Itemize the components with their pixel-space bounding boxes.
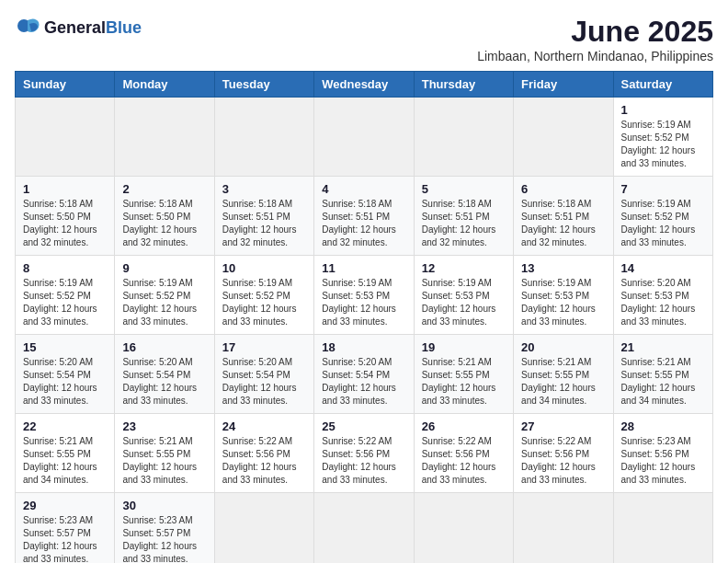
day-number: 11	[322, 261, 405, 275]
day-cell: 8Sunrise: 5:19 AM Sunset: 5:52 PM Daylig…	[16, 256, 115, 335]
day-number: 27	[521, 419, 605, 433]
day-cell: 5Sunrise: 5:18 AM Sunset: 5:51 PM Daylig…	[414, 177, 513, 256]
day-cell: 9Sunrise: 5:19 AM Sunset: 5:52 PM Daylig…	[115, 256, 214, 335]
weekday-header-sunday: Sunday	[16, 72, 115, 98]
day-cell: 27Sunrise: 5:22 AM Sunset: 5:56 PM Dayli…	[514, 414, 613, 493]
day-number: 7	[621, 182, 705, 196]
cell-content: Sunrise: 5:22 AM Sunset: 5:56 PM Dayligh…	[422, 435, 506, 487]
day-cell: 21Sunrise: 5:21 AM Sunset: 5:55 PM Dayli…	[613, 335, 712, 414]
day-cell: 2Sunrise: 5:18 AM Sunset: 5:50 PM Daylig…	[115, 177, 214, 256]
day-number: 6	[521, 182, 605, 196]
day-number: 15	[23, 340, 107, 354]
day-cell: 24Sunrise: 5:22 AM Sunset: 5:56 PM Dayli…	[214, 414, 313, 493]
day-cell: 1Sunrise: 5:18 AM Sunset: 5:50 PM Daylig…	[16, 177, 115, 256]
day-cell: 25Sunrise: 5:22 AM Sunset: 5:56 PM Dayli…	[314, 414, 414, 493]
day-cell: 26Sunrise: 5:22 AM Sunset: 5:56 PM Dayli…	[414, 414, 513, 493]
header: GeneralBlue June 2025 Limbaan, Northern …	[15, 15, 713, 63]
day-cell	[314, 493, 414, 564]
cell-content: Sunrise: 5:20 AM Sunset: 5:54 PM Dayligh…	[23, 356, 107, 408]
day-cell: 20Sunrise: 5:21 AM Sunset: 5:55 PM Dayli…	[514, 335, 613, 414]
day-cell	[214, 98, 313, 177]
cell-content: Sunrise: 5:21 AM Sunset: 5:55 PM Dayligh…	[23, 435, 107, 487]
day-cell: 17Sunrise: 5:20 AM Sunset: 5:54 PM Dayli…	[214, 335, 313, 414]
week-row-5: 29Sunrise: 5:23 AM Sunset: 5:57 PM Dayli…	[16, 493, 713, 564]
day-cell: 3Sunrise: 5:18 AM Sunset: 5:51 PM Daylig…	[214, 177, 313, 256]
weekday-header-friday: Friday	[514, 72, 613, 98]
day-number: 4	[322, 182, 405, 196]
day-cell: 22Sunrise: 5:21 AM Sunset: 5:55 PM Dayli…	[16, 414, 115, 493]
cell-content: Sunrise: 5:19 AM Sunset: 5:53 PM Dayligh…	[322, 277, 405, 328]
day-number: 20	[521, 340, 605, 354]
cell-content: Sunrise: 5:20 AM Sunset: 5:54 PM Dayligh…	[322, 356, 405, 408]
day-number: 10	[222, 261, 306, 275]
cell-content: Sunrise: 5:18 AM Sunset: 5:51 PM Dayligh…	[222, 198, 306, 249]
cell-content: Sunrise: 5:21 AM Sunset: 5:55 PM Dayligh…	[621, 356, 705, 408]
cell-content: Sunrise: 5:21 AM Sunset: 5:55 PM Dayligh…	[122, 435, 206, 487]
day-cell	[414, 98, 513, 177]
day-cell	[16, 98, 115, 177]
month-title: June 2025	[477, 15, 713, 49]
calendar-table: SundayMondayTuesdayWednesdayThursdayFrid…	[15, 71, 713, 563]
week-row-2: 8Sunrise: 5:19 AM Sunset: 5:52 PM Daylig…	[16, 256, 713, 335]
cell-content: Sunrise: 5:21 AM Sunset: 5:55 PM Dayligh…	[521, 356, 605, 408]
cell-content: Sunrise: 5:18 AM Sunset: 5:51 PM Dayligh…	[521, 198, 605, 249]
day-cell: 13Sunrise: 5:19 AM Sunset: 5:53 PM Dayli…	[514, 256, 613, 335]
cell-content: Sunrise: 5:21 AM Sunset: 5:55 PM Dayligh…	[422, 356, 506, 408]
cell-content: Sunrise: 5:19 AM Sunset: 5:52 PM Dayligh…	[23, 277, 107, 328]
day-number: 19	[422, 340, 506, 354]
cell-content: Sunrise: 5:20 AM Sunset: 5:54 PM Dayligh…	[222, 356, 306, 408]
week-row-0: 1Sunrise: 5:19 AM Sunset: 5:52 PM Daylig…	[16, 98, 713, 177]
week-row-3: 15Sunrise: 5:20 AM Sunset: 5:54 PM Dayli…	[16, 335, 713, 414]
day-number: 14	[621, 261, 705, 275]
weekday-header-tuesday: Tuesday	[214, 72, 313, 98]
cell-content: Sunrise: 5:20 AM Sunset: 5:53 PM Dayligh…	[621, 277, 705, 328]
day-number: 26	[422, 419, 506, 433]
cell-content: Sunrise: 5:19 AM Sunset: 5:52 PM Dayligh…	[122, 277, 206, 328]
day-cell	[514, 98, 613, 177]
day-number: 5	[422, 182, 506, 196]
cell-content: Sunrise: 5:18 AM Sunset: 5:51 PM Dayligh…	[422, 198, 506, 249]
day-number: 22	[23, 419, 107, 433]
day-number: 30	[122, 499, 206, 512]
day-number: 3	[222, 182, 306, 196]
weekday-header-row: SundayMondayTuesdayWednesdayThursdayFrid…	[16, 72, 713, 98]
day-cell: 6Sunrise: 5:18 AM Sunset: 5:51 PM Daylig…	[514, 177, 613, 256]
cell-content: Sunrise: 5:23 AM Sunset: 5:57 PM Dayligh…	[122, 514, 206, 563]
day-number: 9	[122, 261, 206, 275]
day-cell: 1Sunrise: 5:19 AM Sunset: 5:52 PM Daylig…	[613, 98, 712, 177]
logo-text-blue: Blue	[106, 18, 142, 37]
day-number: 13	[521, 261, 605, 275]
day-cell: 23Sunrise: 5:21 AM Sunset: 5:55 PM Dayli…	[115, 414, 214, 493]
day-number: 1	[23, 182, 107, 196]
cell-content: Sunrise: 5:19 AM Sunset: 5:52 PM Dayligh…	[621, 119, 705, 170]
day-number: 2	[122, 182, 206, 196]
weekday-header-monday: Monday	[115, 72, 214, 98]
day-cell	[613, 493, 712, 564]
day-number: 12	[422, 261, 506, 275]
day-cell: 16Sunrise: 5:20 AM Sunset: 5:54 PM Dayli…	[115, 335, 214, 414]
day-cell: 7Sunrise: 5:19 AM Sunset: 5:52 PM Daylig…	[613, 177, 712, 256]
logo-icon	[15, 15, 40, 40]
cell-content: Sunrise: 5:18 AM Sunset: 5:50 PM Dayligh…	[23, 198, 107, 249]
location-title: Limbaan, Northern Mindanao, Philippines	[477, 49, 713, 63]
day-cell	[214, 493, 313, 564]
logo: GeneralBlue	[15, 15, 142, 40]
cell-content: Sunrise: 5:22 AM Sunset: 5:56 PM Dayligh…	[222, 435, 306, 487]
day-cell	[314, 98, 414, 177]
day-cell: 29Sunrise: 5:23 AM Sunset: 5:57 PM Dayli…	[16, 493, 115, 564]
day-number: 24	[222, 419, 306, 433]
cell-content: Sunrise: 5:19 AM Sunset: 5:52 PM Dayligh…	[621, 198, 705, 249]
week-row-1: 1Sunrise: 5:18 AM Sunset: 5:50 PM Daylig…	[16, 177, 713, 256]
cell-content: Sunrise: 5:22 AM Sunset: 5:56 PM Dayligh…	[521, 435, 605, 487]
day-number: 8	[23, 261, 107, 275]
cell-content: Sunrise: 5:19 AM Sunset: 5:53 PM Dayligh…	[422, 277, 506, 328]
day-number: 1	[621, 103, 705, 117]
day-cell: 10Sunrise: 5:19 AM Sunset: 5:52 PM Dayli…	[214, 256, 313, 335]
day-cell: 28Sunrise: 5:23 AM Sunset: 5:56 PM Dayli…	[613, 414, 712, 493]
day-cell	[514, 493, 613, 564]
day-cell: 30Sunrise: 5:23 AM Sunset: 5:57 PM Dayli…	[115, 493, 214, 564]
cell-content: Sunrise: 5:19 AM Sunset: 5:53 PM Dayligh…	[521, 277, 605, 328]
week-row-4: 22Sunrise: 5:21 AM Sunset: 5:55 PM Dayli…	[16, 414, 713, 493]
day-cell: 14Sunrise: 5:20 AM Sunset: 5:53 PM Dayli…	[613, 256, 712, 335]
cell-content: Sunrise: 5:22 AM Sunset: 5:56 PM Dayligh…	[322, 435, 405, 487]
